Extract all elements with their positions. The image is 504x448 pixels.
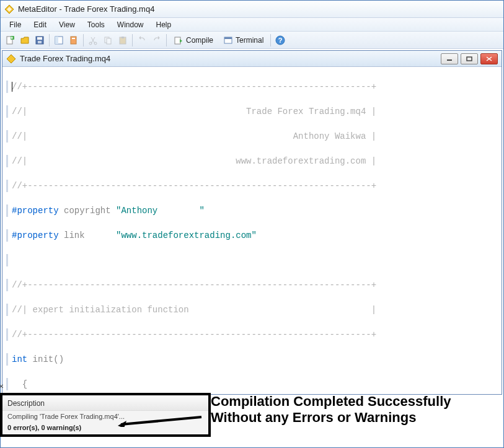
svg-rect-16 [122, 37, 124, 38]
menu-tools[interactable]: Tools [81, 19, 111, 30]
terminal-label: Terminal [236, 36, 263, 45]
code-line: //| Trade Forex Trading.mq4 | [12, 107, 376, 116]
terminal-icon [223, 35, 233, 45]
open-file-button[interactable] [18, 33, 32, 47]
panel-close-icon[interactable]: ✕ [0, 383, 7, 392]
toolbar-separator [49, 34, 50, 46]
svg-rect-9 [71, 37, 76, 44]
menu-file[interactable]: File [3, 19, 27, 30]
code-editor[interactable]: //+-------------------------------------… [2, 67, 502, 394]
svg-rect-19 [224, 37, 232, 39]
code-line: //| www.tradeforextrading.com | [12, 156, 376, 166]
app-window: MetaEditor - Trade Forex Trading.mq4 Fil… [0, 0, 504, 448]
code-keyword: int [12, 354, 27, 364]
code-line: //+-------------------------------------… [12, 82, 376, 92]
code-line: //| expert initialization function | [12, 305, 376, 315]
close-button[interactable] [480, 53, 498, 64]
svg-rect-10 [72, 38, 75, 39]
new-file-button[interactable] [3, 33, 17, 47]
cut-button [86, 33, 100, 47]
help-button[interactable]: ? [273, 33, 287, 47]
editor-window: Trade Forex Trading.mq4 //+-------------… [2, 50, 502, 395]
svg-rect-6 [38, 41, 42, 43]
redo-button [150, 33, 164, 47]
menubar: File Edit View Tools Window Help [1, 18, 503, 32]
compile-icon [174, 35, 183, 45]
svg-text:?: ? [278, 37, 283, 44]
code-text: copyright [59, 206, 116, 216]
toolbar-separator [83, 34, 84, 46]
code-line: //+-------------------------------------… [12, 181, 376, 191]
compile-label: Compile [186, 36, 213, 45]
toolbox-button[interactable] [67, 33, 81, 47]
copy-button [101, 33, 115, 47]
editor-title: Trade Forex Trading.mq4 [20, 54, 441, 63]
window-controls [441, 53, 498, 64]
menu-view[interactable]: View [53, 19, 81, 30]
navigator-button[interactable] [52, 33, 66, 47]
undo-button [135, 33, 149, 47]
svg-rect-5 [37, 37, 42, 40]
editor-titlebar: Trade Forex Trading.mq4 [2, 51, 502, 67]
annotation-text: Compilation Completed Successfully Witho… [211, 393, 451, 426]
save-button[interactable] [33, 33, 46, 47]
code-keyword: #property [12, 206, 59, 216]
code-string: "www.tradeforextrading.com" [116, 231, 257, 240]
code-line: { [12, 379, 27, 389]
toolbar-separator [166, 34, 167, 46]
annotation-arrow-icon [118, 415, 205, 427]
titlebar: MetaEditor - Trade Forex Trading.mq4 [1, 1, 503, 18]
code-text: init() [27, 354, 64, 364]
toolbar-separator [132, 34, 133, 46]
terminal-button[interactable]: Terminal [219, 33, 268, 47]
menu-window[interactable]: Window [111, 19, 150, 30]
code-line: //+-------------------------------------… [12, 280, 376, 290]
toolbar: Compile Terminal ? [1, 32, 503, 49]
svg-marker-26 [118, 421, 126, 427]
svg-rect-17 [175, 37, 180, 44]
window-title: MetaEditor - Trade Forex Trading.mq4 [18, 4, 154, 14]
svg-rect-8 [55, 37, 58, 44]
toolbar-separator [270, 34, 271, 46]
menu-help[interactable]: Help [150, 19, 178, 30]
minimize-button[interactable] [441, 53, 458, 64]
file-icon [6, 54, 16, 64]
paste-button [116, 33, 130, 47]
maximize-button[interactable] [461, 53, 478, 64]
menu-edit[interactable]: Edit [27, 19, 53, 30]
code-keyword: #property [12, 231, 59, 240]
code-line: //+-------------------------------------… [12, 330, 376, 340]
svg-rect-14 [107, 38, 111, 44]
svg-marker-22 [7, 55, 15, 63]
output-header: Description [2, 397, 208, 411]
code-string: "Anthony " [116, 206, 205, 216]
code-text: link [59, 231, 116, 240]
compile-button[interactable]: Compile [169, 33, 218, 47]
code-line: //| Anthony Waikwa | [12, 131, 376, 141]
svg-line-25 [121, 417, 201, 424]
svg-rect-24 [467, 57, 472, 61]
app-icon [4, 4, 14, 14]
mdi-area: Trade Forex Trading.mq4 //+-------------… [1, 49, 503, 396]
annotation-line: Compilation Completed Successfully [211, 393, 451, 410]
annotation-line: Without any Errors or Warnings [211, 410, 451, 426]
